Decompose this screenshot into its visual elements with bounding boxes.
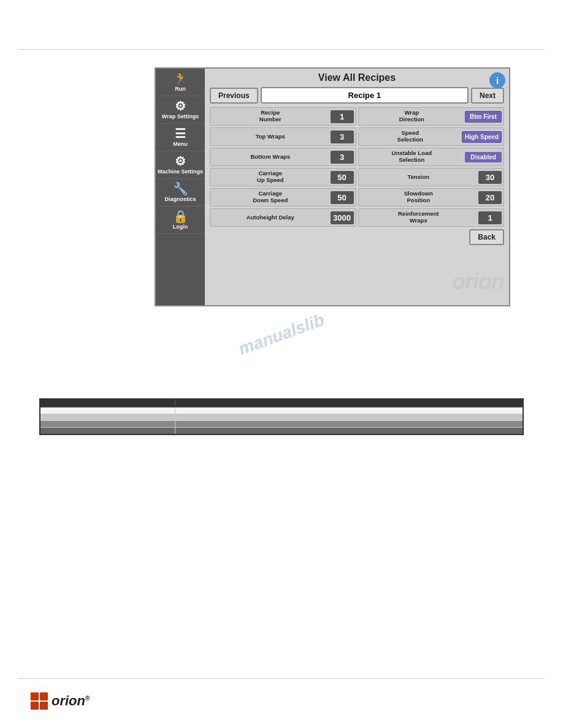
logo-cell-1 xyxy=(31,692,39,700)
sidebar-diagnostics-label: Diagnostics xyxy=(164,196,196,202)
field-reinforcement-wraps-label: ReinforcementWraps xyxy=(361,211,477,224)
sidebar-item-menu[interactable]: ☰ Menu xyxy=(156,124,205,151)
run-icon: 🏃 xyxy=(173,72,188,85)
sidebar-item-run[interactable]: 🏃 Run xyxy=(156,69,205,96)
field-autoheight-delay: Autoheight Delay 3000 xyxy=(210,208,356,227)
field-carriage-down-speed-value: 50 xyxy=(331,191,354,204)
sidebar-wrap-settings-label: Wrap Settings xyxy=(162,113,199,119)
logo-grid-icon xyxy=(31,692,48,710)
sidebar-item-wrap-settings[interactable]: ⚙ Wrap Settings xyxy=(156,96,205,124)
sidebar-menu-label: Menu xyxy=(173,141,188,147)
table-header-col2 xyxy=(175,399,523,408)
wrap-settings-icon: ⚙ xyxy=(175,100,186,112)
logo-cell-4 xyxy=(40,702,48,710)
info-icon: i xyxy=(496,75,499,86)
sidebar: 🏃 Run ⚙ Wrap Settings ☰ Menu ⚙ Machine S… xyxy=(156,69,205,305)
field-bottom-wraps-label: Bottom Wraps xyxy=(212,154,329,161)
table-row xyxy=(40,421,523,428)
field-speed-selection-value[interactable]: High Speed xyxy=(462,131,502,143)
table-row xyxy=(40,408,523,414)
back-button[interactable]: Back xyxy=(469,229,504,245)
sidebar-item-diagnostics[interactable]: 🔧 Diagnostics xyxy=(156,179,205,207)
field-speed-selection-label: SpeedSelection xyxy=(361,130,460,143)
info-button[interactable]: i xyxy=(489,72,505,88)
sidebar-item-login[interactable]: 🔒 Login xyxy=(156,207,205,234)
field-unstable-load-value[interactable]: Disabled xyxy=(465,152,502,162)
logo-text: orion® xyxy=(52,693,90,709)
field-carriage-up-speed-value: 50 xyxy=(331,171,354,184)
field-recipe-number: RecipeNumber 1 xyxy=(210,107,356,126)
sidebar-machine-settings-label: Machine Settings xyxy=(158,169,203,175)
field-recipe-number-value: 1 xyxy=(331,110,354,123)
fields-grid: RecipeNumber 1 WrapDirection Btm First T… xyxy=(210,107,504,227)
panel-title: View All Recipes xyxy=(210,72,504,83)
machine-settings-icon: ⚙ xyxy=(175,155,186,167)
top-rule xyxy=(18,49,545,50)
recipe-name-display: Recipe 1 xyxy=(261,87,469,104)
orion-watermark: orion xyxy=(452,271,504,293)
field-bottom-wraps: Bottom Wraps 3 xyxy=(210,148,356,166)
bottom-logo: orion® xyxy=(31,692,90,710)
field-carriage-down-speed-label: CarriageDown Speed xyxy=(212,191,329,204)
logo-cell-3 xyxy=(31,702,39,710)
field-tension-label: Tension xyxy=(361,174,477,181)
field-slowdown-position-value: 20 xyxy=(478,191,502,204)
next-button[interactable]: Next xyxy=(471,88,504,104)
field-reinforcement-wraps: ReinforcementWraps 1 xyxy=(358,208,505,227)
field-unstable-load: Unstable LoadSelection Disabled xyxy=(358,148,505,166)
lock-icon: 🔒 xyxy=(173,210,188,222)
field-slowdown-position-label: SlowdownPosition xyxy=(361,191,477,204)
field-unstable-load-label: Unstable LoadSelection xyxy=(361,150,464,164)
table-header-col1 xyxy=(40,399,175,408)
field-top-wraps: Top Wraps 3 xyxy=(210,127,356,146)
info-table xyxy=(39,398,524,435)
field-carriage-up-speed-label: CarriageUp Speed xyxy=(212,170,329,184)
sidebar-login-label: Login xyxy=(173,224,188,230)
nav-strip: Previous Recipe 1 Next xyxy=(210,87,504,104)
field-top-wraps-label: Top Wraps xyxy=(212,134,329,140)
main-content: i View All Recipes Previous Recipe 1 Nex… xyxy=(205,69,509,305)
field-speed-selection: SpeedSelection High Speed xyxy=(358,127,505,146)
back-strip: Back xyxy=(210,229,504,245)
field-top-wraps-value: 3 xyxy=(331,131,354,143)
table-row xyxy=(40,428,523,435)
field-autoheight-delay-value: 3000 xyxy=(331,211,354,224)
field-recipe-number-label: RecipeNumber xyxy=(212,110,329,123)
field-slowdown-position: SlowdownPosition 20 xyxy=(358,188,505,207)
previous-button[interactable]: Previous xyxy=(210,88,258,104)
diagnostics-icon: 🔧 xyxy=(173,183,188,195)
field-wrap-direction-value[interactable]: Btm First xyxy=(465,111,502,123)
ui-panel: 🏃 Run ⚙ Wrap Settings ☰ Menu ⚙ Machine S… xyxy=(155,67,510,306)
sidebar-run-label: Run xyxy=(175,86,186,92)
field-tension: Tension 30 xyxy=(358,168,505,186)
table-row xyxy=(40,414,523,421)
logo-cell-2 xyxy=(40,692,48,700)
menu-icon: ☰ xyxy=(175,127,186,140)
field-wrap-direction-label: WrapDirection xyxy=(361,110,464,123)
field-bottom-wraps-value: 3 xyxy=(331,151,354,164)
bottom-rule xyxy=(18,678,545,679)
field-reinforcement-wraps-value: 1 xyxy=(478,211,502,224)
field-carriage-down-speed: CarriageDown Speed 50 xyxy=(210,188,356,207)
sidebar-item-machine-settings[interactable]: ⚙ Machine Settings xyxy=(156,151,205,179)
manualslib-watermark: manualslib xyxy=(236,310,327,359)
field-wrap-direction: WrapDirection Btm First xyxy=(358,107,505,126)
field-carriage-up-speed: CarriageUp Speed 50 xyxy=(210,168,356,186)
field-tension-value: 30 xyxy=(478,171,502,184)
field-autoheight-delay-label: Autoheight Delay xyxy=(212,214,329,221)
